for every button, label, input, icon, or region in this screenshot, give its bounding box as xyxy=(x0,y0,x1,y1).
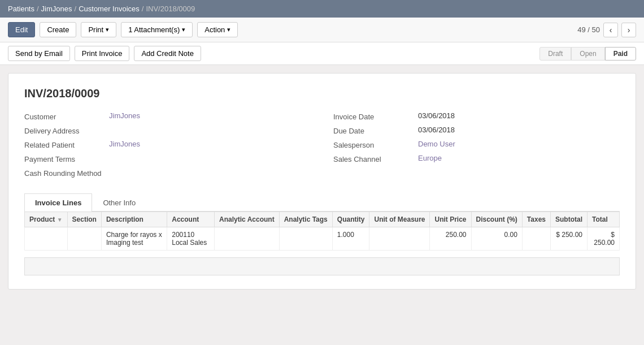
col-section: Section xyxy=(67,212,101,227)
sort-arrow-icon: ▼ xyxy=(57,217,63,223)
delivery-address-label: Delivery Address xyxy=(24,126,109,135)
status-bar: Draft Open Paid xyxy=(539,47,636,61)
toolbar: Edit Create Print 1 Attachment(s) Action… xyxy=(0,18,644,42)
status-paid: Paid xyxy=(605,47,636,61)
customer-row: Customer JimJones xyxy=(24,111,311,121)
toolbar-right: 49 / 50 ‹ › xyxy=(577,23,636,37)
action-button[interactable]: Action xyxy=(197,22,238,37)
salesperson-value[interactable]: Demo User xyxy=(418,140,455,148)
sales-channel-row: Sales Channel Europe xyxy=(333,154,620,163)
payment-terms-row: Payment Terms xyxy=(24,154,311,163)
cell-discount: 0.00 xyxy=(471,227,522,251)
invoice-date-label: Invoice Date xyxy=(333,111,418,121)
print-invoice-button[interactable]: Print Invoice xyxy=(75,46,130,61)
col-taxes: Taxes xyxy=(522,212,550,227)
cell-quantity: 1.000 xyxy=(332,227,369,251)
edit-button[interactable]: Edit xyxy=(8,22,35,37)
cell-analytic-tags xyxy=(279,227,332,251)
cell-account: 200110 Local Sales xyxy=(167,227,215,251)
content-area: INV/2018/0009 Customer JimJones Delivery… xyxy=(0,65,644,297)
nav-next-button[interactable]: › xyxy=(621,23,636,37)
send-email-button[interactable]: Send by Email xyxy=(8,46,70,61)
tabs: Invoice Lines Other Info xyxy=(24,193,620,212)
cash-rounding-label: Cash Rounding Method xyxy=(24,168,109,178)
breadcrumb-sep3: / xyxy=(142,5,144,13)
create-button[interactable]: Create xyxy=(40,22,76,37)
table-header-row: Product ▼ Section Description Account An… xyxy=(25,212,620,227)
col-product: Product ▼ xyxy=(25,212,68,227)
delivery-address-row: Delivery Address xyxy=(24,126,311,135)
col-description: Description xyxy=(101,212,167,227)
sales-channel-label: Sales Channel xyxy=(333,154,418,163)
related-patient-row: Related Patient JimJones xyxy=(24,140,311,149)
col-subtotal: Subtotal xyxy=(550,212,587,227)
col-discount: Discount (%) xyxy=(471,212,522,227)
related-patient-value[interactable]: JimJones xyxy=(109,140,140,148)
salesperson-row: Salesperson Demo User xyxy=(333,140,620,149)
due-date-value: 03/06/2018 xyxy=(418,126,455,134)
due-date-label: Due Date xyxy=(333,126,418,135)
col-quantity: Quantity xyxy=(332,212,369,227)
cell-description: Charge for rayos x Imaging test xyxy=(101,227,167,251)
breadcrumb-sep2: / xyxy=(75,5,77,13)
form-section: Customer JimJones Delivery Address Relat… xyxy=(24,111,620,182)
col-account: Account xyxy=(167,212,215,227)
cell-unit-price: 250.00 xyxy=(430,227,471,251)
col-unit-price: Unit Price xyxy=(430,212,471,227)
table-row[interactable]: Charge for rayos x Imaging test 200110 L… xyxy=(25,227,620,251)
tab-invoice-lines[interactable]: Invoice Lines xyxy=(24,193,92,212)
col-analytic-tags: Analytic Tags xyxy=(279,212,332,227)
breadcrumb-invoice-id: INV/2018/0009 xyxy=(146,5,195,13)
related-patient-label: Related Patient xyxy=(24,140,109,149)
invoice-footer xyxy=(24,257,620,275)
col-unit-of-measure: Unit of Measure xyxy=(369,212,430,227)
breadcrumb-customer-invoices[interactable]: Customer Invoices xyxy=(79,5,140,13)
cell-total: $ 250.00 xyxy=(587,227,619,251)
breadcrumb-jimjones[interactable]: JimJones xyxy=(41,5,72,13)
nav-prev-button[interactable]: ‹ xyxy=(603,23,618,37)
action-bar: Send by Email Print Invoice Add Credit N… xyxy=(0,42,644,65)
form-right: Invoice Date 03/06/2018 Due Date 03/06/2… xyxy=(333,111,620,182)
tab-other-info[interactable]: Other Info xyxy=(92,193,146,212)
cell-unit-of-measure xyxy=(369,227,430,251)
print-button[interactable]: Print xyxy=(81,22,116,37)
col-analytic-account: Analytic Account xyxy=(215,212,280,227)
status-draft: Draft xyxy=(539,47,571,61)
form-left: Customer JimJones Delivery Address Relat… xyxy=(24,111,311,182)
status-open: Open xyxy=(571,47,604,61)
cash-rounding-row: Cash Rounding Method xyxy=(24,168,311,178)
invoice-date-value: 03/06/2018 xyxy=(418,111,455,120)
invoice-lines-table: Product ▼ Section Description Account An… xyxy=(24,212,620,251)
salesperson-label: Salesperson xyxy=(333,140,418,149)
cell-taxes xyxy=(522,227,550,251)
due-date-row: Due Date 03/06/2018 xyxy=(333,126,620,135)
invoice-date-row: Invoice Date 03/06/2018 xyxy=(333,111,620,121)
attachments-button[interactable]: 1 Attachment(s) xyxy=(121,22,193,37)
nav-count: 49 / 50 xyxy=(577,25,600,34)
payment-terms-label: Payment Terms xyxy=(24,154,109,163)
cell-subtotal: $ 250.00 xyxy=(550,227,587,251)
invoice-title: INV/2018/0009 xyxy=(24,87,620,100)
col-total: Total xyxy=(587,212,619,227)
customer-label: Customer xyxy=(24,111,109,121)
col-product-label: Product xyxy=(29,215,55,223)
breadcrumb: Patients / JimJones / Customer Invoices … xyxy=(0,0,644,18)
cell-product xyxy=(25,227,68,251)
add-credit-note-button[interactable]: Add Credit Note xyxy=(134,46,201,61)
breadcrumb-patients[interactable]: Patients xyxy=(8,5,34,13)
customer-value[interactable]: JimJones xyxy=(109,111,140,120)
breadcrumb-sep1: / xyxy=(37,5,39,13)
sales-channel-value[interactable]: Europe xyxy=(418,154,442,162)
cell-section xyxy=(67,227,101,251)
invoice-card: INV/2018/0009 Customer JimJones Delivery… xyxy=(8,73,636,290)
cell-analytic-account xyxy=(215,227,280,251)
